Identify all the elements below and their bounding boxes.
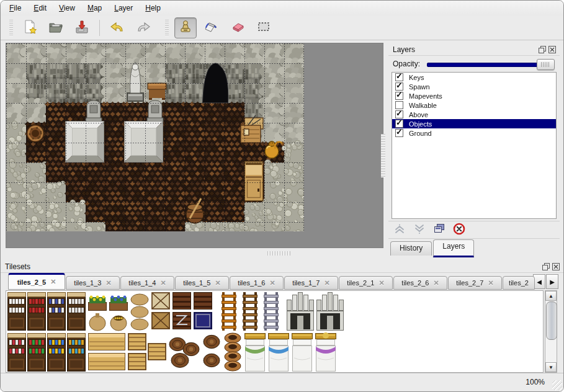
undo-button[interactable] — [106, 17, 128, 38]
tileset-tab-tiles_2[interactable]: tiles_2 — [503, 276, 535, 290]
tileset-tab-tiles_1_3[interactable]: tiles_1_3✕ — [66, 276, 120, 290]
checkmark-icon: ✓ — [396, 90, 403, 99]
float-panel-icon[interactable] — [542, 263, 550, 270]
opacity-slider-handle[interactable] — [537, 59, 555, 70]
stamp-tool-icon — [178, 19, 193, 37]
move-down-button[interactable] — [412, 223, 427, 237]
layer-row-above[interactable]: ✓Above — [392, 110, 556, 119]
tilesets-panel-header: Tilesets — [1, 261, 563, 273]
tileset-tab-tiles_1_5[interactable]: tiles_1_5✕ — [175, 276, 229, 290]
tileset-tab-tiles_1_7[interactable]: tiles_1_7✕ — [284, 276, 338, 290]
close-tab-icon[interactable]: ✕ — [105, 279, 111, 287]
menu-view[interactable]: View — [53, 2, 81, 14]
layer-name: Walkable — [409, 102, 437, 109]
layers-panel-header: Layers — [388, 44, 560, 56]
scrollbar-thumb[interactable] — [546, 301, 557, 340]
checkmark-icon: ✓ — [396, 127, 403, 136]
scroll-tabs-left-button[interactable]: ◀ — [533, 274, 545, 289]
horizontal-splitter-handle[interactable] — [267, 251, 290, 256]
close-tab-icon[interactable]: ✕ — [324, 279, 329, 287]
menu-bar: FileEditViewMapLayerHelp — [1, 1, 563, 16]
checkmark-icon: ✓ — [396, 72, 403, 81]
eraser-button[interactable] — [226, 17, 249, 38]
layer-name: Objects — [409, 120, 432, 128]
layer-name: Ground — [409, 130, 432, 137]
duplicate-icon — [433, 223, 445, 237]
layer-visibility-checkbox[interactable]: ✓ — [395, 129, 403, 137]
layer-visibility-checkbox[interactable]: ✓ — [395, 92, 403, 100]
menu-file[interactable]: File — [3, 2, 27, 14]
layer-row-objects[interactable]: ✓Objects — [392, 119, 556, 128]
stamp-button[interactable] — [174, 17, 197, 38]
tileset-canvas[interactable] — [6, 291, 543, 372]
tab-history[interactable]: History — [390, 241, 432, 256]
tileset-tab-tiles_2_1[interactable]: tiles_2_1✕ — [339, 276, 393, 290]
tab-label: tiles_1_4 — [128, 279, 156, 287]
select-button[interactable] — [253, 17, 275, 38]
resize-grip-icon[interactable] — [552, 380, 562, 390]
delete-icon — [453, 223, 465, 238]
tileset-tab-tiles_2_6[interactable]: tiles_2_6✕ — [393, 276, 447, 290]
tab-label: tiles_1_5 — [183, 279, 210, 287]
close-panel-icon[interactable] — [548, 46, 556, 53]
tileset-tab-tiles_2_7[interactable]: tiles_2_7✕ — [448, 276, 502, 290]
selection-icon — [256, 19, 272, 37]
save-button[interactable] — [71, 17, 93, 38]
toolbar-grip[interactable] — [165, 20, 169, 36]
delete-button[interactable] — [452, 223, 467, 237]
toolbar-grip[interactable] — [9, 20, 13, 36]
checkmark-icon: ✓ — [396, 109, 403, 118]
tileset-view — [6, 290, 544, 373]
tileset-scrollbar[interactable]: ▲ ▼ — [545, 290, 557, 373]
open-button[interactable] — [45, 17, 67, 38]
vertical-splitter-handle[interactable] — [381, 134, 385, 177]
new-file-icon — [22, 19, 37, 37]
status-bar: 100% — [1, 373, 563, 391]
opacity-row: Opacity: — [388, 58, 560, 70]
close-tab-icon[interactable]: ✕ — [378, 279, 384, 287]
layer-row-mapevents[interactable]: ✓Mapevents — [392, 91, 556, 100]
layer-row-keys[interactable]: ✓Keys — [392, 73, 556, 82]
tileset-tab-tiles_1_6[interactable]: tiles_1_6✕ — [230, 276, 284, 290]
scroll-down-button[interactable]: ▼ — [545, 362, 557, 372]
close-tab-icon[interactable]: ✕ — [269, 279, 275, 287]
tab-label: tiles_2_7 — [456, 279, 483, 287]
fill-button[interactable] — [200, 17, 223, 38]
close-tab-icon[interactable]: ✕ — [488, 279, 493, 287]
checkmark-icon: ✓ — [396, 81, 403, 90]
menu-edit[interactable]: Edit — [27, 2, 53, 14]
new-button[interactable] — [19, 17, 41, 38]
move-up-button[interactable] — [392, 223, 407, 237]
eraser-icon — [230, 19, 246, 37]
close-tab-icon[interactable]: ✕ — [215, 279, 220, 287]
save-icon — [74, 19, 89, 37]
tileset-tab-tiles_2_5[interactable]: tiles_2_5✕ — [8, 273, 65, 290]
close-panel-icon[interactable] — [552, 263, 560, 270]
redo-button[interactable] — [132, 17, 154, 38]
menu-layer[interactable]: Layer — [108, 2, 139, 14]
chevron-down-icon — [413, 223, 426, 237]
tileset-tab-tiles_1_4[interactable]: tiles_1_4✕ — [120, 276, 174, 290]
layer-name: Above — [409, 111, 428, 118]
map-canvas[interactable] — [6, 43, 383, 247]
duplicate-button[interactable] — [432, 223, 447, 237]
toolbar — [1, 16, 563, 40]
float-panel-icon[interactable] — [539, 46, 546, 53]
menu-map[interactable]: Map — [81, 2, 108, 14]
tab-layers[interactable]: Layers — [433, 239, 474, 257]
layer-row-ground[interactable]: ✓Ground — [392, 128, 556, 138]
layer-row-spawn[interactable]: ✓Spawn — [392, 82, 556, 91]
zoom-level: 100% — [526, 378, 545, 386]
layer-toolbar — [388, 221, 560, 239]
layers-dock: Layers Opacity: ✓Keys✓Spawn✓MapeventsWal… — [388, 40, 560, 256]
close-tab-icon[interactable]: ✕ — [160, 279, 166, 287]
layer-row-walkable[interactable]: Walkable — [392, 100, 556, 110]
menu-help[interactable]: Help — [139, 2, 167, 14]
toolbar-separator — [99, 20, 100, 36]
opacity-slider[interactable] — [427, 59, 555, 69]
open-folder-icon — [48, 19, 63, 37]
scroll-tabs-right-button[interactable]: ▶ — [546, 274, 558, 289]
close-tab-icon[interactable]: ✕ — [50, 278, 56, 286]
scroll-up-button[interactable]: ▲ — [545, 291, 557, 301]
close-tab-icon[interactable]: ✕ — [433, 279, 439, 287]
